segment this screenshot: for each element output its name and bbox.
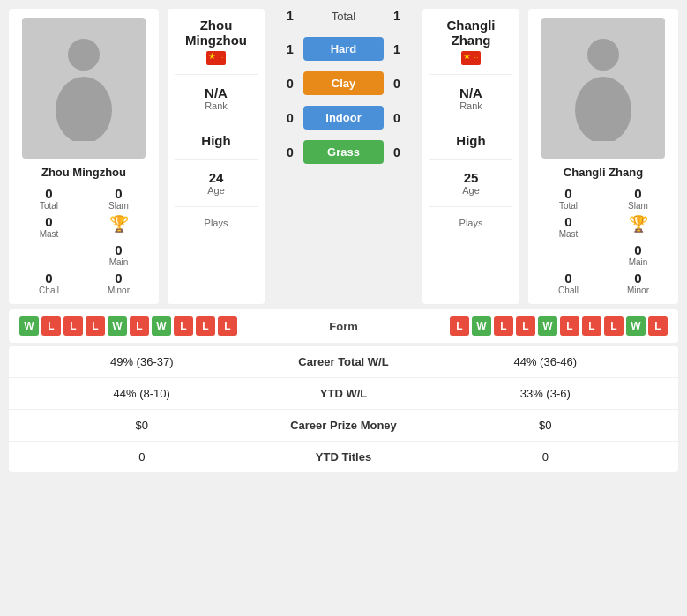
player1-chall-label: Chall [39,286,59,295]
career-total-row: 49% (36-37) Career Total W/L 44% (36-46) [9,346,678,378]
divider1 [175,74,258,75]
svg-point-1 [56,77,112,141]
divider5 [429,74,512,75]
player2-minor-value: 0 [634,271,641,286]
player1-slam-label: Slam [108,201,129,211]
form-badges-left: WLLLWLWLLL [19,316,300,336]
player1-minor-cell: 0 Minor [86,271,152,295]
form-badge-p1: L [63,316,83,336]
player2-avatar [541,18,665,159]
career-total-left: 49% (36-37) [19,355,265,368]
player2-chall-label: Chall [558,286,579,295]
ytd-wl-left: 44% (8-10) [19,387,265,400]
form-badges-right: LWLLWLLLWL [388,316,668,336]
player1-plays-label: Plays [205,218,228,228]
player1-middle-panel: Zhou Mingzhou N/A Rank High 24 Age Plays [168,9,265,304]
player2-chall-cell: 0 Chall [535,271,601,295]
player2-slam-cell: 0 Slam [605,186,671,211]
player1-plays-stat: Plays [175,218,258,228]
indoor-row: 0 Indoor 0 [277,106,410,130]
player2-flag [461,51,481,65]
form-badge-p2: L [516,316,535,336]
form-badge-p1: L [218,316,237,336]
player1-main-cell: 0 Main [86,242,152,267]
hard-badge: Hard [303,37,384,61]
divider6 [429,122,512,122]
top-players-wrapper: Zhou Mingzhou 0 Total 0 Slam 0 Mast 🏆 [9,9,678,304]
grass-count-right: 0 [384,145,410,160]
player1-trophy-icon: 🏆 [109,214,129,234]
clay-count-right: 0 [384,77,410,91]
total-row: 1 Total 1 [277,9,410,23]
player2-total-label: Total [559,201,578,211]
player2-plays-label: Plays [459,218,483,228]
player1-stats-grid: 0 Total 0 Slam 0 Mast 🏆 0 Main [16,186,152,295]
player2-minor-cell: 0 Minor [605,271,671,295]
player1-main-label: Main [109,257,129,267]
divider4 [175,206,258,207]
career-prize-left: $0 [19,419,265,432]
player2-trophy-icon: 🏆 [629,214,648,234]
player1-trophy-icon-cell: 🏆 [86,214,152,239]
player2-age-value: 25 [464,170,479,185]
svg-point-3 [575,77,631,141]
player1-mast-value: 0 [45,214,52,229]
player1-high-stat: High [175,133,258,148]
form-badge-p1: L [41,316,61,336]
svg-point-0 [68,39,100,71]
ytd-titles-left: 0 [19,450,265,464]
hard-row: 1 Hard 1 [277,37,410,61]
player1-avatar [22,18,146,159]
player2-slam-label: Slam [628,201,648,211]
player2-trophy-icon-cell: 🏆 [605,214,671,239]
divider2 [175,122,258,122]
player2-high-stat: High [429,133,512,148]
player1-main-value: 0 [115,242,122,257]
center-column: 1 Total 1 1 Hard 1 0 Clay 0 0 Indoor [273,9,414,304]
hard-count-left: 1 [277,42,303,56]
indoor-count-left: 0 [277,111,303,125]
form-badge-p1: L [130,316,149,336]
total-count-right: 1 [384,9,410,23]
form-badge-p1: L [196,316,215,336]
player2-main-label: Main [629,257,648,267]
form-badge-p2: L [450,316,469,336]
ytd-titles-row: 0 YTD Titles 0 [9,442,678,472]
player2-mast-label: Mast [559,229,579,239]
clay-row: 0 Clay 0 [277,71,410,95]
svg-point-2 [587,39,619,71]
player2-chall-value: 0 [564,271,571,286]
ytd-titles-right: 0 [423,450,668,464]
center-surfaces: 1 Hard 1 0 Clay 0 0 Indoor 0 0 Grass [277,37,410,169]
form-badge-p1: W [108,316,127,336]
player2-high-value: High [456,133,485,148]
divider8 [429,206,512,207]
player1-total-label: Total [40,201,58,211]
form-badge-p2: W [626,316,646,336]
player2-total-value: 0 [564,186,571,201]
career-prize-label: Career Prize Money [265,419,423,432]
total-count-left: 1 [277,9,303,23]
player1-mast-cell: 0 Mast [16,214,82,239]
player1-total-cell: 0 Total [16,186,82,211]
form-label: Form [300,320,388,333]
form-badge-p2: L [582,316,601,336]
player1-name: Zhou Mingzhou [41,166,126,179]
player2-card: Changli Zhang 0 Total 0 Slam 0 Mast 🏆 [528,9,678,304]
player2-name: Changli Zhang [564,166,643,179]
player2-mast-cell: 0 Mast [535,214,601,239]
player2-rank-label: Rank [459,100,482,111]
hard-count-right: 1 [384,42,410,56]
ytd-wl-label: YTD W/L [265,387,423,400]
player1-slam-cell: 0 Slam [86,186,152,211]
form-badge-p1: W [152,316,171,336]
form-badge-p2: W [472,316,491,336]
player1-age-value: 24 [209,170,224,185]
player2-rank-stat: N/A Rank [429,85,512,111]
form-badge-p2: W [538,316,557,336]
player2-silhouette [568,35,638,141]
ytd-titles-label: YTD Titles [265,450,423,464]
player1-chall-value: 0 [45,271,52,286]
player2-age-label: Age [462,185,480,196]
form-badge-p1: L [86,316,105,336]
